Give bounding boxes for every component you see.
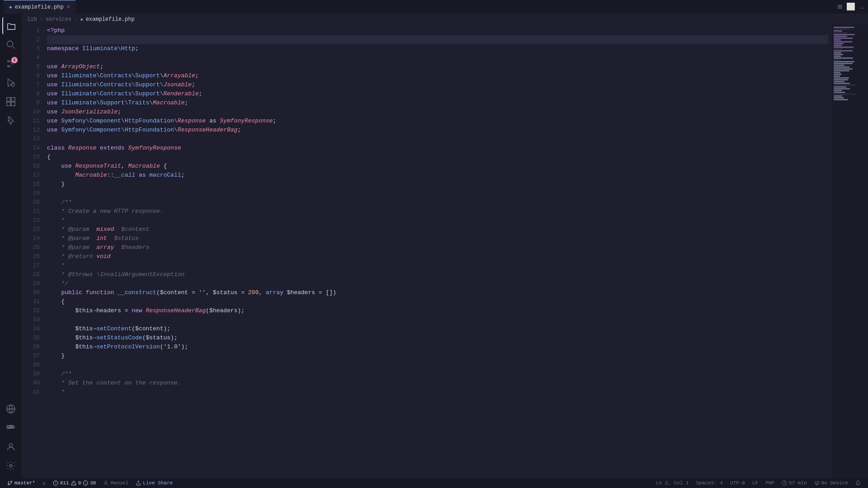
- code-line: use ArrayObject;: [47, 62, 828, 71]
- code-editor[interactable]: 1234567891011121314151617181920212223242…: [22, 25, 868, 478]
- svg-rect-13: [11, 426, 13, 427]
- code-line: use Symfony\Component\HttpFoundation\Res…: [47, 117, 828, 126]
- breadcrumb-lib[interactable]: lib: [27, 16, 37, 23]
- language-label: PHP: [765, 480, 774, 486]
- code-line: namespace Illuminate\Http;: [47, 44, 828, 53]
- status-user[interactable]: Manuel: [99, 478, 132, 488]
- code-line: <?php: [47, 26, 828, 35]
- breadcrumb-filename[interactable]: examplefile.php: [86, 16, 135, 23]
- php-file-icon: ◈: [9, 4, 12, 10]
- svg-rect-5: [7, 98, 10, 101]
- code-line: Macroable::__call as macroCall;: [47, 171, 828, 180]
- status-position[interactable]: Ln 2, Col 1: [652, 478, 693, 488]
- code-line: *: [47, 388, 828, 397]
- sidebar-item-extensions[interactable]: [2, 93, 19, 110]
- code-line: {: [47, 297, 828, 306]
- toggle-panel-icon[interactable]: ⬜: [846, 2, 855, 11]
- username: Manuel: [110, 480, 128, 486]
- status-bar: master* ↻ 811 0 38 Manuel Live Share Ln …: [0, 478, 868, 488]
- device-label: No Device: [821, 480, 848, 486]
- sidebar-item-testing[interactable]: [2, 112, 19, 129]
- code-line: $this→setContent($content);: [47, 324, 828, 333]
- warning-icon: [71, 480, 76, 486]
- code-line: public function __construct($content = '…: [47, 288, 828, 297]
- code-line: * Set the content on the response.: [47, 379, 828, 388]
- line-numbers: 1234567891011121314151617181920212223242…: [22, 25, 43, 478]
- status-errors[interactable]: 811 0 38: [49, 478, 100, 488]
- user-icon: [103, 480, 108, 486]
- code-content[interactable]: <?phpnamespace Illuminate\Http;use Array…: [43, 25, 832, 478]
- info-icon: [83, 480, 88, 486]
- split-editor-icon[interactable]: ⊞: [838, 2, 842, 11]
- status-time[interactable]: 57 min: [778, 478, 811, 488]
- source-control-badge: 1: [11, 57, 18, 63]
- code-line: }: [47, 180, 828, 189]
- code-line: [47, 315, 828, 324]
- status-sync[interactable]: ↻: [39, 478, 49, 488]
- code-line: */: [47, 279, 828, 288]
- code-line: use JsonSerializable;: [47, 108, 828, 117]
- status-language[interactable]: PHP: [762, 478, 778, 488]
- code-line: use Symfony\Component\HttpFoundation\Res…: [47, 126, 828, 135]
- time-label: 57 min: [789, 480, 807, 486]
- bell-icon: [855, 480, 861, 486]
- editor-area: lib › services › ◈ examplefile.php 12345…: [22, 14, 868, 478]
- sidebar-item-run-debug[interactable]: [2, 74, 19, 91]
- status-branch[interactable]: master*: [4, 478, 39, 488]
- breadcrumb-sep-1: ›: [40, 16, 43, 23]
- svg-rect-8: [11, 102, 15, 106]
- code-line: *: [47, 216, 828, 225]
- code-line: $this→setStatusCode($status);: [47, 333, 828, 343]
- status-notifications[interactable]: [852, 478, 864, 488]
- svg-point-17: [11, 481, 12, 483]
- svg-point-1: [8, 61, 9, 62]
- sidebar-item-search[interactable]: [2, 36, 19, 53]
- liveshare-icon: [136, 480, 141, 486]
- code-line: * @param array $headers: [47, 243, 828, 252]
- code-line: $this→headers = new ResponseHeaderBag($h…: [47, 306, 828, 315]
- svg-rect-30: [815, 482, 819, 484]
- tab-bar: ◈ examplefile.php ×: [4, 0, 75, 14]
- active-tab[interactable]: ◈ examplefile.php ×: [4, 0, 75, 14]
- svg-point-27: [105, 481, 107, 483]
- status-device[interactable]: No Device: [811, 478, 852, 488]
- svg-point-4: [11, 83, 14, 86]
- sidebar-item-settings[interactable]: [2, 457, 19, 474]
- svg-rect-6: [11, 98, 15, 101]
- sidebar-item-source-control[interactable]: 1: [2, 55, 19, 72]
- svg-point-15: [9, 465, 12, 467]
- warning-count: 0: [78, 480, 81, 486]
- code-line: use Illuminate\Contracts\Support\Arrayab…: [47, 71, 828, 80]
- status-line-ending[interactable]: LF: [749, 478, 762, 488]
- code-line: {: [47, 153, 828, 162]
- code-line: /**: [47, 370, 828, 379]
- git-branch-icon: [7, 480, 13, 486]
- code-line: }: [47, 352, 828, 361]
- sidebar-item-remote[interactable]: [2, 400, 19, 418]
- sidebar-item-docker[interactable]: [2, 419, 19, 436]
- code-line: $this→setProtocolVersion('1.0');: [47, 343, 828, 352]
- svg-point-14: [9, 444, 12, 447]
- code-line: * @param mixed $content: [47, 225, 828, 234]
- tab-filename: examplefile.php: [15, 4, 64, 10]
- code-line: use Illuminate\Support\Traits\Macroable;: [47, 99, 828, 108]
- breadcrumb-sep-2: ›: [74, 16, 77, 23]
- code-line: [47, 189, 828, 198]
- activity-bar: 1: [0, 14, 22, 478]
- breadcrumb: lib › services › ◈ examplefile.php: [22, 14, 868, 25]
- sidebar-item-explorer[interactable]: [2, 17, 19, 34]
- status-liveshare[interactable]: Live Share: [132, 478, 176, 488]
- branch-name: master*: [14, 480, 35, 486]
- title-bar-actions: ⊞ ⬜ …: [838, 2, 864, 11]
- code-line: [47, 135, 828, 144]
- breadcrumb-services[interactable]: services: [46, 16, 72, 23]
- tab-close-button[interactable]: ×: [66, 4, 70, 11]
- info-count: 38: [90, 480, 96, 486]
- code-line: [47, 35, 828, 44]
- svg-rect-12: [9, 426, 11, 427]
- status-spaces[interactable]: Spaces: 4: [693, 478, 726, 488]
- sidebar-item-account[interactable]: [2, 438, 19, 455]
- more-actions-icon[interactable]: …: [860, 3, 864, 11]
- status-encoding[interactable]: UTF-8: [726, 478, 749, 488]
- code-line: [47, 53, 828, 62]
